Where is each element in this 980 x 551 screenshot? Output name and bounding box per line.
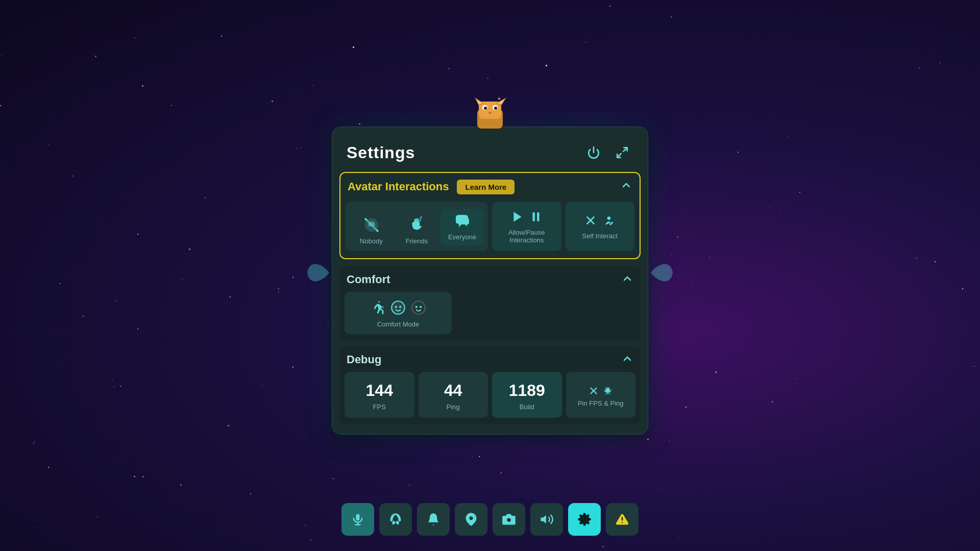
warning-button[interactable] <box>606 503 639 536</box>
rocket-button[interactable] <box>379 503 412 536</box>
learn-more-button[interactable]: Learn More <box>457 180 514 194</box>
ping-label: Ping <box>447 403 460 411</box>
fps-card[interactable]: 144 FPS <box>345 372 414 418</box>
location-button[interactable] <box>455 503 487 536</box>
taskbar <box>0 503 980 536</box>
svg-marker-16 <box>513 212 521 222</box>
svg-point-10 <box>488 112 492 114</box>
comfort-chevron-icon[interactable] <box>621 272 633 287</box>
page-center: + Settings <box>0 0 980 551</box>
wing-right-icon <box>648 253 674 299</box>
ping-value: 44 <box>444 381 462 400</box>
audio-button[interactable] <box>530 503 563 536</box>
fps-value: 144 <box>366 381 393 400</box>
everyone-option[interactable]: Everyone <box>440 209 484 245</box>
svg-rect-17 <box>532 212 534 221</box>
avatar-section-title: Avatar Interactions <box>348 180 449 193</box>
expand-button[interactable] <box>611 141 633 164</box>
settings-panel: + Settings <box>332 127 648 435</box>
svg-point-30 <box>506 518 511 522</box>
avatar-section-header: Avatar Interactions Learn More <box>346 178 634 195</box>
ping-card[interactable]: 44 Ping <box>419 372 488 418</box>
self-interact-icons <box>584 214 616 227</box>
settings-header: Settings <box>332 127 648 172</box>
comfort-section: Comfort <box>339 266 641 340</box>
debug-chevron-icon[interactable] <box>621 353 633 367</box>
nobody-option[interactable]: Nobody <box>350 217 393 245</box>
comfort-mode-label: Comfort Mode <box>377 320 419 328</box>
pin-fps-ping-icons <box>588 385 614 396</box>
svg-point-29 <box>470 516 473 520</box>
comfort-mode-icons <box>369 299 427 316</box>
allow-pause-button[interactable]: Allow/PauseInteractions <box>492 202 561 251</box>
svg-point-21 <box>395 306 397 308</box>
settings-title: Settings <box>347 143 415 162</box>
mic-button[interactable] <box>341 503 374 536</box>
avatar-chevron-icon[interactable] <box>620 179 632 194</box>
svg-point-24 <box>415 306 418 308</box>
allow-pause-icons <box>511 210 543 223</box>
svg-point-25 <box>420 306 422 308</box>
everyone-label: Everyone <box>448 233 476 241</box>
control-options: Allow/PauseInteractions <box>492 202 634 251</box>
svg-point-9 <box>494 107 497 110</box>
debug-section: Debug 144 FPS <box>339 346 641 424</box>
fps-label: FPS <box>373 403 386 411</box>
build-value: 1189 <box>509 381 545 400</box>
pin-label: Pin FPS & Ping <box>578 399 624 407</box>
camera-button[interactable] <box>493 503 525 536</box>
svg-marker-31 <box>541 515 546 523</box>
comfort-grid: Comfort Mode <box>345 292 635 334</box>
friends-label: Friends <box>406 237 428 245</box>
svg-point-8 <box>484 107 487 110</box>
comfort-title: Comfort <box>347 273 390 286</box>
panel-content: Avatar Interactions Learn More <box>332 172 648 424</box>
mascot: + <box>470 96 510 132</box>
settings-button[interactable] <box>568 503 601 536</box>
bell-button[interactable] <box>417 503 450 536</box>
svg-point-23 <box>412 301 425 314</box>
debug-title: Debug <box>347 353 381 366</box>
svg-rect-26 <box>356 514 360 521</box>
self-interact-button[interactable]: Self Interact <box>566 202 635 251</box>
header-icons <box>582 141 633 164</box>
nfe-group: Nobody <box>346 202 488 251</box>
build-card[interactable]: 1189 Build <box>492 372 562 418</box>
svg-point-19 <box>607 216 611 220</box>
svg-point-22 <box>399 306 401 308</box>
comfort-header: Comfort <box>345 270 635 292</box>
debug-header: Debug <box>345 350 635 372</box>
svg-point-20 <box>391 301 405 314</box>
build-label: Build <box>520 403 534 411</box>
wing-left-icon <box>306 253 332 299</box>
allow-pause-label: Allow/PauseInteractions <box>508 229 545 244</box>
nobody-label: Nobody <box>360 237 383 245</box>
power-button[interactable] <box>582 141 605 164</box>
pin-fps-ping-card[interactable]: Pin FPS & Ping <box>566 372 636 418</box>
svg-text:+: + <box>498 96 501 102</box>
debug-grid: 144 FPS 44 Ping 1189 Build <box>345 372 635 418</box>
interaction-options: Nobody <box>346 202 634 251</box>
comfort-mode-card[interactable]: Comfort Mode <box>345 292 452 334</box>
svg-rect-18 <box>537 212 539 221</box>
self-interact-label: Self Interact <box>582 232 618 240</box>
avatar-section-left: Avatar Interactions Learn More <box>348 180 514 194</box>
avatar-interactions-section: Avatar Interactions Learn More <box>339 172 641 259</box>
friends-option[interactable]: Friends <box>395 213 438 245</box>
